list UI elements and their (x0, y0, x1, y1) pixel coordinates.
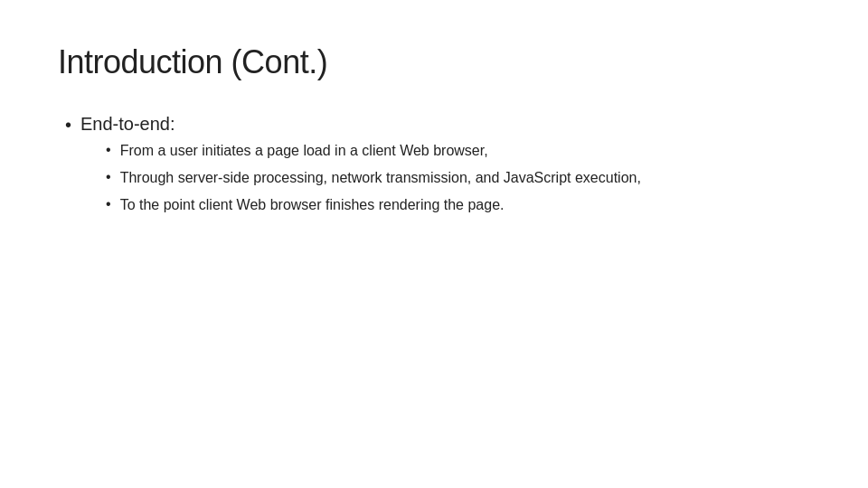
level2-bullet-marker-2: • (106, 169, 111, 185)
level2-bullet-text-3: To the point client Web browser finishes… (120, 194, 505, 216)
level1-bullet: • End-to-end: • From a user initiates a … (65, 114, 810, 216)
level2-bullet-3: • To the point client Web browser finish… (106, 194, 641, 216)
slide-title: Introduction (Cont.) (58, 43, 810, 81)
level2-bullet-marker-3: • (106, 196, 111, 212)
level1-bullet-marker: • (65, 115, 71, 136)
sub-bullets-list: • From a user initiates a page load in a… (80, 140, 641, 216)
level1-bullet-text: End-to-end: (80, 114, 175, 134)
slide: Introduction (Cont.) • End-to-end: • Fro… (0, 0, 868, 488)
level2-bullet-marker-1: • (106, 142, 111, 158)
level2-bullet-text-2: Through server-side processing, network … (120, 167, 641, 189)
level2-bullet-text-1: From a user initiates a page load in a c… (120, 140, 488, 162)
level2-bullet-1: • From a user initiates a page load in a… (106, 140, 641, 162)
slide-content: • End-to-end: • From a user initiates a … (58, 114, 810, 223)
level2-bullet-2: • Through server-side processing, networ… (106, 167, 641, 189)
